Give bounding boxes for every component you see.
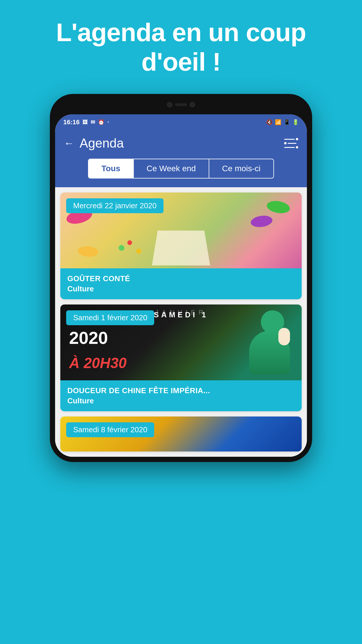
phone-top-bar <box>55 99 307 114</box>
camera-dot <box>167 102 172 107</box>
back-button[interactable]: ← <box>64 138 74 148</box>
event-card-2[interactable]: SAMEDI 1 JANVIER 2020 À 20H30 Samedi <box>60 304 302 411</box>
mute-icon: 🔇 <box>266 119 273 125</box>
event-name-2: DOUCEUR DE CHINE FÊTE IMPÉRIA... <box>67 386 295 395</box>
event-card-1[interactable]: Mercredi 22 janvier 2020 GOÛTER CONTÉ Cu… <box>60 192 302 299</box>
event-date-1: Mercredi 22 janvier 2020 <box>66 198 164 213</box>
event-category-1: Culture <box>67 284 295 293</box>
camera-dot-right <box>190 102 195 107</box>
poster-20h30: À 20H30 <box>69 355 126 372</box>
app-header: ← Agenda <box>55 130 307 159</box>
status-alarm-icon: ⏰ <box>98 119 104 125</box>
event-info-2: DOUCEUR DE CHINE FÊTE IMPÉRIA... Culture <box>60 380 302 411</box>
status-time: 16:16 <box>63 118 80 126</box>
page-headline: L'agenda en un coup d'oeil ! <box>0 0 362 88</box>
status-gmail-icon: ✉ <box>91 119 95 125</box>
event-date-2: Samedi 1 février 2020 <box>66 310 154 325</box>
phone-camera-area <box>167 102 195 107</box>
candy-yellow <box>136 249 141 254</box>
event-card-3[interactable]: Samedi 8 février 2020 <box>60 416 302 452</box>
macaron-purple <box>250 214 273 228</box>
candy-red <box>127 240 132 245</box>
event-category-2: Culture <box>67 396 295 405</box>
event-image-3: Samedi 8 février 2020 <box>60 416 302 452</box>
phone-frame: 16:16 🖼 ✉ ⏰ · 🔇 📶 📱 🔋 ← Agenda <box>50 94 312 462</box>
tab-mois[interactable]: Ce mois-ci <box>209 159 273 178</box>
status-bar: 16:16 🖼 ✉ ⏰ · 🔇 📶 📱 🔋 <box>55 114 307 130</box>
app-header-left: ← Agenda <box>64 136 124 150</box>
status-left: 16:16 🖼 ✉ ⏰ · <box>63 118 109 126</box>
filter-button[interactable] <box>284 138 298 148</box>
event-image-2: SAMEDI 1 JANVIER 2020 À 20H30 Samedi <box>60 304 302 380</box>
macaron-green <box>266 200 291 215</box>
status-dot: · <box>107 118 109 126</box>
macaron-yellow <box>78 246 99 258</box>
phone-mockup: 16:16 🖼 ✉ ⏰ · 🔇 📶 📱 🔋 ← Agenda <box>0 94 362 462</box>
tabs-container: Tous Ce Week end Ce mois-ci <box>55 159 307 187</box>
app-title: Agenda <box>80 136 124 150</box>
status-right: 🔇 📶 📱 🔋 <box>266 119 299 125</box>
tab-tous[interactable]: Tous <box>89 159 134 178</box>
tab-weekend[interactable]: Ce Week end <box>134 159 209 178</box>
battery-icon: 🔋 <box>292 119 299 125</box>
signal-icon: 📱 <box>284 119 290 125</box>
book-pages <box>152 230 210 265</box>
event-image-1: Mercredi 22 janvier 2020 <box>60 192 302 268</box>
tabs-row: Tous Ce Week end Ce mois-ci <box>88 159 274 178</box>
phone-screen: 16:16 🖼 ✉ ⏰ · 🔇 📶 📱 🔋 ← Agenda <box>55 114 307 457</box>
event-date-3: Samedi 8 février 2020 <box>66 422 154 437</box>
speaker-slot <box>175 103 187 106</box>
content-area: Mercredi 22 janvier 2020 GOÛTER CONTÉ Cu… <box>55 187 307 457</box>
wifi-icon: 📶 <box>275 119 281 125</box>
event-info-1: GOÛTER CONTÉ Culture <box>60 268 302 299</box>
candy-green <box>119 245 124 251</box>
poster-2020: 2020 <box>69 328 108 348</box>
event-name-1: GOÛTER CONTÉ <box>67 274 295 283</box>
status-image-icon: 🖼 <box>82 119 88 125</box>
